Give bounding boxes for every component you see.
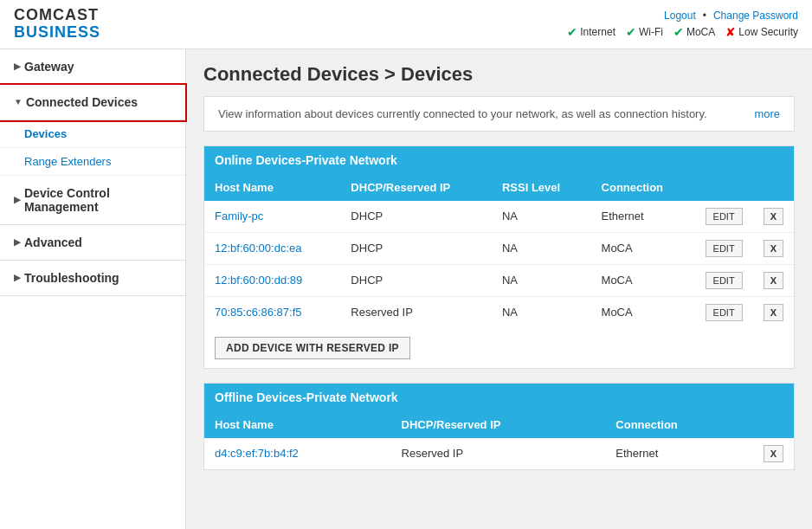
sidebar-item-connected-devices[interactable]: ▼ Connected Devices [0,85,185,120]
sidebar-item-device-control[interactable]: ▶ Device Control Management [0,176,185,225]
internet-status: ✔ Internet [567,25,615,39]
cell-remove: X [753,201,794,233]
online-devices-header: Online Devices-Private Network [204,146,794,174]
remove-button[interactable]: X [764,272,783,289]
col-dhcp: DHCP/Reserved IP [340,174,492,201]
cell-remove: X [753,296,794,328]
cell-edit: EDIT [695,201,753,233]
logo-comcast: COMCAST [14,7,100,24]
cell-rssi: NA [492,232,591,264]
sidebar-item-gateway-label: Gateway [24,60,74,74]
host-link[interactable]: 12:bf:60:00:dc:ea [215,242,301,255]
col-connection: Connection [591,174,695,201]
low-security-err-icon: ✘ [725,25,736,39]
moca-status: ✔ MoCA [673,25,715,39]
sidebar: ▶ Gateway ▼ Connected Devices Devices Ra… [0,49,186,529]
edit-button[interactable]: EDIT [706,208,743,225]
cell-remove: X [753,264,794,296]
remove-button[interactable]: X [764,304,783,321]
col-edit [695,174,753,201]
cell-connection: MoCA [591,264,695,296]
offline-col-connection: Connection [605,411,752,438]
sidebar-item-connected-devices-label: Connected Devices [26,95,138,109]
edit-button[interactable]: EDIT [706,240,743,257]
internet-label: Internet [580,26,615,38]
online-table-header-row: Host Name DHCP/Reserved IP RSSI Level Co… [204,174,794,201]
remove-button[interactable]: X [764,208,783,225]
content: Connected Devices > Devices View informa… [186,49,812,529]
cell-rssi: NA [492,264,591,296]
cell-hostname: Family-pc [204,201,340,233]
col-hostname: Host Name [204,174,340,201]
cell-connection: MoCA [591,296,695,328]
sidebar-item-troubleshooting[interactable]: ▶ Troubleshooting [0,261,185,296]
header: COMCAST BUSINESS Logout • Change Passwor… [0,0,812,49]
cell-edit: EDIT [695,232,753,264]
cell-edit: EDIT [695,296,753,328]
cell-hostname: 70:85:c6:86:87:f5 [204,296,340,328]
offline-col-dhcp: DHCP/Reserved IP [391,411,606,438]
sidebar-item-gateway[interactable]: ▶ Gateway [0,49,185,85]
logout-link[interactable]: Logout [664,10,696,22]
device-control-arrow-icon: ▶ [14,195,21,204]
host-link[interactable]: 12:bf:60:00:dd:89 [215,274,302,287]
offline-col-hostname: Host Name [204,411,391,438]
header-right: Logout • Change Password ✔ Internet ✔ Wi… [567,10,798,39]
offline-col-remove [753,411,794,438]
separator: • [703,10,706,22]
sidebar-sub-range-extenders-label: Range Extenders [24,155,111,168]
main-layout: ▶ Gateway ▼ Connected Devices Devices Ra… [0,49,812,529]
moca-label: MoCA [686,26,715,38]
page-title: Connected Devices > Devices [203,63,795,86]
offline-devices-header: Offline Devices-Private Network [204,384,794,411]
online-devices-section: Online Devices-Private Network Host Name… [203,145,795,369]
col-remove [753,174,794,201]
sidebar-sub-range-extenders[interactable]: Range Extenders [0,148,185,176]
host-link[interactable]: d4:c9:ef:7b:b4:f2 [215,447,299,460]
more-link[interactable]: more [754,107,780,120]
cell-dhcp: Reserved IP [340,296,492,328]
connected-devices-arrow-icon: ▼ [14,97,23,106]
wifi-ok-icon: ✔ [626,25,636,39]
sidebar-item-advanced-label: Advanced [24,235,82,249]
gateway-arrow-icon: ▶ [14,61,21,71]
cell-rssi: NA [492,296,591,328]
table-row: d4:c9:ef:7b:b4:f2 Reserved IP Ethernet X [204,438,794,469]
remove-button[interactable]: X [764,240,783,257]
cell-connection: MoCA [591,232,695,264]
logo-business: BUSINESS [14,24,100,42]
cell-edit: EDIT [695,264,753,296]
advanced-arrow-icon: ▶ [14,237,21,247]
cell-remove: X [753,232,794,264]
table-row: 12:bf:60:00:dc:ea DHCP NA MoCA EDIT X [204,232,794,264]
cell-dhcp: Reserved IP [391,438,606,469]
header-links: Logout • Change Password [664,10,798,22]
cell-connection: Ethernet [591,201,695,233]
logo: COMCAST BUSINESS [14,7,100,42]
online-devices-table: Host Name DHCP/Reserved IP RSSI Level Co… [204,174,794,328]
cell-hostname: 12:bf:60:00:dd:89 [204,264,340,296]
remove-button[interactable]: X [764,445,783,462]
add-device-button[interactable]: ADD DEVICE WITH RESERVED IP [215,337,410,359]
edit-button[interactable]: EDIT [706,304,743,321]
low-security-label: Low Security [738,26,798,38]
sidebar-sub-devices[interactable]: Devices [0,120,185,148]
cell-hostname: d4:c9:ef:7b:b4:f2 [204,438,391,469]
offline-devices-table: Host Name DHCP/Reserved IP Connection d4… [204,411,794,469]
low-security-status: ✘ Low Security [725,25,798,39]
sidebar-item-troubleshooting-label: Troubleshooting [24,271,119,285]
host-link[interactable]: 70:85:c6:86:87:f5 [215,306,301,319]
offline-table-header-row: Host Name DHCP/Reserved IP Connection [204,411,794,438]
cell-connection: Ethernet [605,438,752,469]
cell-dhcp: DHCP [340,201,492,233]
wifi-status: ✔ Wi-Fi [626,25,663,39]
change-password-link[interactable]: Change Password [713,10,798,22]
edit-button[interactable]: EDIT [706,272,743,289]
cell-hostname: 12:bf:60:00:dc:ea [204,232,340,264]
sidebar-item-advanced[interactable]: ▶ Advanced [0,225,185,261]
col-rssi: RSSI Level [492,174,591,201]
cell-rssi: NA [492,201,591,233]
info-text: View information about devices currently… [218,107,707,120]
host-link[interactable]: Family-pc [215,210,263,223]
internet-ok-icon: ✔ [567,25,577,39]
